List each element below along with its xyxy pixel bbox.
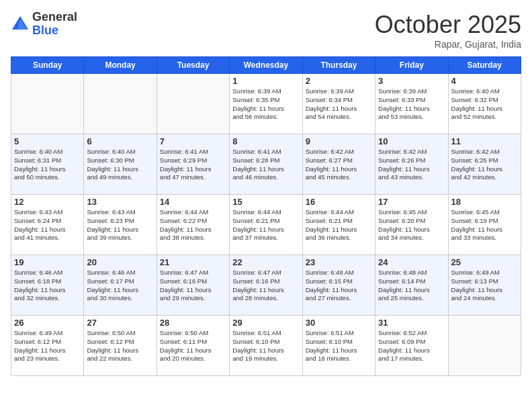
title-block: October 2025 Rapar, Gujarat, India	[375, 11, 521, 50]
cell-date: 23	[306, 257, 372, 267]
calendar-cell: 25Sunrise: 6:49 AM Sunset: 6:13 PM Dayli…	[448, 255, 521, 316]
day-header-saturday: Saturday	[448, 57, 521, 74]
cell-date: 17	[378, 197, 445, 207]
week-row-2: 5Sunrise: 6:40 AM Sunset: 6:31 PM Daylig…	[11, 134, 521, 195]
cell-date: 26	[14, 318, 81, 328]
cell-info: Sunrise: 6:42 AM Sunset: 6:25 PM Dayligh…	[451, 148, 518, 182]
calendar-cell: 1Sunrise: 6:39 AM Sunset: 6:35 PM Daylig…	[230, 74, 302, 134]
cell-info: Sunrise: 6:48 AM Sunset: 6:15 PM Dayligh…	[306, 269, 372, 303]
logo: General Blue	[11, 11, 77, 38]
page: General Blue October 2025 Rapar, Gujarat…	[0, 0, 532, 411]
calendar-cell: 11Sunrise: 6:42 AM Sunset: 6:25 PM Dayli…	[448, 134, 521, 195]
calendar-cell: 24Sunrise: 6:48 AM Sunset: 6:14 PM Dayli…	[375, 255, 448, 316]
cell-info: Sunrise: 6:40 AM Sunset: 6:31 PM Dayligh…	[14, 148, 81, 182]
cell-date: 15	[232, 197, 299, 207]
cell-date: 14	[160, 197, 226, 207]
calendar-cell: 5Sunrise: 6:40 AM Sunset: 6:31 PM Daylig…	[11, 134, 84, 195]
calendar-cell: 27Sunrise: 6:50 AM Sunset: 6:12 PM Dayli…	[84, 316, 157, 376]
day-header-thursday: Thursday	[302, 57, 375, 74]
calendar-cell: 10Sunrise: 6:42 AM Sunset: 6:26 PM Dayli…	[375, 134, 448, 195]
cell-info: Sunrise: 6:39 AM Sunset: 6:35 PM Dayligh…	[232, 87, 299, 122]
cell-date: 6	[87, 136, 153, 146]
cell-info: Sunrise: 6:39 AM Sunset: 6:33 PM Dayligh…	[378, 87, 445, 122]
calendar-cell: 30Sunrise: 6:51 AM Sunset: 6:10 PM Dayli…	[302, 316, 375, 376]
calendar-cell: 21Sunrise: 6:47 AM Sunset: 6:16 PM Dayli…	[157, 255, 229, 316]
cell-info: Sunrise: 6:42 AM Sunset: 6:26 PM Dayligh…	[378, 148, 445, 182]
calendar-cell: 23Sunrise: 6:48 AM Sunset: 6:15 PM Dayli…	[302, 255, 375, 316]
calendar-table: SundayMondayTuesdayWednesdayThursdayFrid…	[11, 56, 521, 376]
cell-info: Sunrise: 6:44 AM Sunset: 6:21 PM Dayligh…	[306, 208, 372, 242]
logo-blue-text: Blue	[32, 24, 77, 38]
cell-info: Sunrise: 6:43 AM Sunset: 6:23 PM Dayligh…	[87, 208, 153, 242]
calendar-cell: 14Sunrise: 6:44 AM Sunset: 6:22 PM Dayli…	[157, 195, 229, 255]
cell-date: 31	[378, 318, 445, 328]
week-row-1: 1Sunrise: 6:39 AM Sunset: 6:35 PM Daylig…	[11, 74, 521, 134]
calendar-cell: 31Sunrise: 6:52 AM Sunset: 6:09 PM Dayli…	[375, 316, 448, 376]
day-header-tuesday: Tuesday	[157, 57, 229, 74]
cell-info: Sunrise: 6:50 AM Sunset: 6:12 PM Dayligh…	[87, 329, 153, 363]
cell-date: 13	[87, 197, 153, 207]
cell-date: 2	[306, 76, 372, 86]
cell-date: 27	[87, 318, 153, 328]
calendar-cell	[448, 316, 521, 376]
week-row-3: 12Sunrise: 6:43 AM Sunset: 6:24 PM Dayli…	[11, 195, 521, 255]
cell-date: 5	[14, 136, 81, 146]
cell-info: Sunrise: 6:51 AM Sunset: 6:10 PM Dayligh…	[232, 329, 299, 363]
cell-info: Sunrise: 6:48 AM Sunset: 6:14 PM Dayligh…	[378, 269, 445, 303]
logo-text: General Blue	[32, 11, 77, 38]
cell-info: Sunrise: 6:41 AM Sunset: 6:28 PM Dayligh…	[232, 148, 299, 182]
calendar-cell: 7Sunrise: 6:41 AM Sunset: 6:29 PM Daylig…	[157, 134, 229, 195]
cell-date: 28	[160, 318, 226, 328]
cell-info: Sunrise: 6:52 AM Sunset: 6:09 PM Dayligh…	[378, 329, 445, 363]
header: General Blue October 2025 Rapar, Gujarat…	[11, 11, 521, 50]
cell-date: 25	[451, 257, 518, 267]
day-header-monday: Monday	[84, 57, 157, 74]
calendar-cell: 17Sunrise: 6:45 AM Sunset: 6:20 PM Dayli…	[375, 195, 448, 255]
calendar-cell: 12Sunrise: 6:43 AM Sunset: 6:24 PM Dayli…	[11, 195, 84, 255]
calendar-cell: 9Sunrise: 6:42 AM Sunset: 6:27 PM Daylig…	[302, 134, 375, 195]
calendar-cell: 15Sunrise: 6:44 AM Sunset: 6:21 PM Dayli…	[230, 195, 302, 255]
cell-info: Sunrise: 6:47 AM Sunset: 6:16 PM Dayligh…	[232, 269, 299, 303]
cell-date: 18	[451, 197, 518, 207]
cell-date: 4	[451, 76, 518, 86]
calendar-cell	[84, 74, 157, 134]
cell-info: Sunrise: 6:49 AM Sunset: 6:13 PM Dayligh…	[451, 269, 518, 303]
cell-info: Sunrise: 6:49 AM Sunset: 6:12 PM Dayligh…	[14, 329, 81, 363]
cell-date: 19	[14, 257, 81, 267]
day-header-sunday: Sunday	[11, 57, 84, 74]
calendar-cell: 26Sunrise: 6:49 AM Sunset: 6:12 PM Dayli…	[11, 316, 84, 376]
cell-date: 11	[451, 136, 518, 146]
cell-date: 1	[232, 76, 299, 86]
cell-info: Sunrise: 6:39 AM Sunset: 6:34 PM Dayligh…	[306, 87, 372, 122]
calendar-cell: 8Sunrise: 6:41 AM Sunset: 6:28 PM Daylig…	[230, 134, 302, 195]
cell-date: 7	[160, 136, 226, 146]
calendar-cell: 6Sunrise: 6:40 AM Sunset: 6:30 PM Daylig…	[84, 134, 157, 195]
month-title: October 2025	[375, 11, 521, 39]
cell-date: 29	[232, 318, 299, 328]
cell-date: 20	[87, 257, 153, 267]
cell-date: 3	[378, 76, 445, 86]
cell-info: Sunrise: 6:46 AM Sunset: 6:18 PM Dayligh…	[14, 269, 81, 303]
calendar-cell: 4Sunrise: 6:40 AM Sunset: 6:32 PM Daylig…	[448, 74, 521, 134]
cell-info: Sunrise: 6:43 AM Sunset: 6:24 PM Dayligh…	[14, 208, 81, 242]
day-header-wednesday: Wednesday	[230, 57, 302, 74]
cell-date: 10	[378, 136, 445, 146]
calendar-cell: 22Sunrise: 6:47 AM Sunset: 6:16 PM Dayli…	[230, 255, 302, 316]
header-row: SundayMondayTuesdayWednesdayThursdayFrid…	[11, 57, 521, 74]
calendar-cell: 13Sunrise: 6:43 AM Sunset: 6:23 PM Dayli…	[84, 195, 157, 255]
week-row-4: 19Sunrise: 6:46 AM Sunset: 6:18 PM Dayli…	[11, 255, 521, 316]
cell-info: Sunrise: 6:45 AM Sunset: 6:20 PM Dayligh…	[378, 208, 445, 242]
cell-info: Sunrise: 6:45 AM Sunset: 6:19 PM Dayligh…	[451, 208, 518, 242]
logo-icon	[11, 15, 30, 34]
calendar-cell: 18Sunrise: 6:45 AM Sunset: 6:19 PM Dayli…	[448, 195, 521, 255]
calendar-cell	[157, 74, 229, 134]
cell-info: Sunrise: 6:44 AM Sunset: 6:21 PM Dayligh…	[232, 208, 299, 242]
cell-date: 21	[160, 257, 226, 267]
calendar-cell: 16Sunrise: 6:44 AM Sunset: 6:21 PM Dayli…	[302, 195, 375, 255]
cell-date: 24	[378, 257, 445, 267]
calendar-cell: 20Sunrise: 6:46 AM Sunset: 6:17 PM Dayli…	[84, 255, 157, 316]
cell-date: 12	[14, 197, 81, 207]
cell-info: Sunrise: 6:47 AM Sunset: 6:16 PM Dayligh…	[160, 269, 226, 303]
week-row-5: 26Sunrise: 6:49 AM Sunset: 6:12 PM Dayli…	[11, 316, 521, 376]
cell-info: Sunrise: 6:50 AM Sunset: 6:11 PM Dayligh…	[160, 329, 226, 363]
